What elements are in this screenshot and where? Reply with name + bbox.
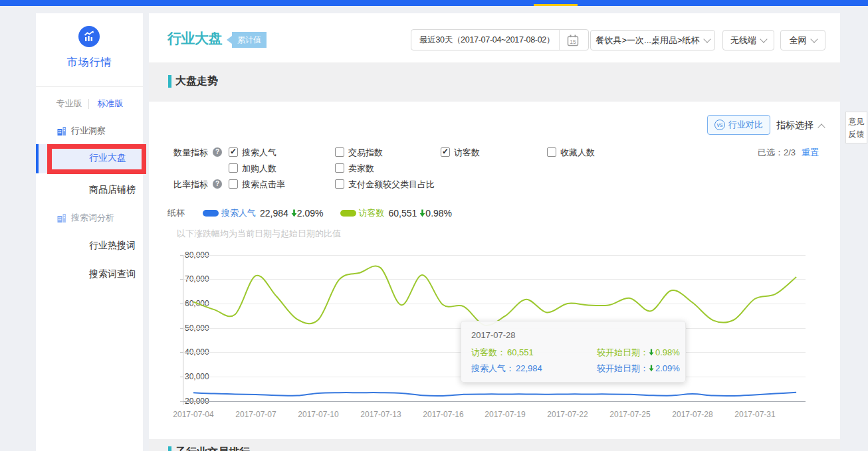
sidebar-item-industry-hot-search-words[interactable]: 行业热搜词 [89, 240, 136, 253]
checkbox-seller-count[interactable] [335, 163, 344, 173]
x-axis-label: 2017-07-22 [538, 410, 597, 419]
chart-legend: 纸杯 搜索人气 22,984 2.09% 访客数 60,551 0.98% [167, 207, 452, 219]
active-item-indicator [36, 144, 39, 173]
building-icon [56, 213, 66, 223]
category-value: 餐饮具>一次...桌用品>纸杯 [596, 35, 699, 46]
chevron-down-icon [810, 35, 817, 43]
checkbox-label[interactable]: 收藏人数 [560, 147, 595, 159]
tooltip-search-compare: 较开始日期：2.09% [597, 363, 680, 375]
version-tabs: 专业版 标准版 [36, 98, 143, 111]
feedback-tab[interactable]: 意见 反馈 [845, 112, 867, 143]
checkbox-visitor-count[interactable] [441, 147, 450, 157]
chevron-up-icon [817, 124, 825, 131]
tooltip-series-label: 搜索人气： [471, 363, 514, 373]
checkbox-cart-count[interactable] [229, 163, 238, 173]
next-section-title: 子行业交易排行 [175, 446, 250, 451]
legend-green-pill-icon[interactable] [340, 210, 356, 217]
sidebar-item-product-shop-ranking[interactable]: 商品店铺榜 [89, 184, 136, 197]
sidebar-group-label: 搜索词分析 [71, 212, 114, 224]
checkbox-payment-ratio[interactable] [335, 179, 344, 189]
feedback-line2: 反馈 [846, 128, 867, 141]
page-title: 行业大盘 [167, 29, 222, 48]
chevron-down-icon [703, 35, 710, 43]
section-header-band [149, 62, 840, 102]
brand-name: 市场行情 [36, 56, 143, 70]
vs-icon: vs [714, 120, 725, 130]
metric-select-toggle[interactable]: 指标选择 [776, 120, 824, 132]
help-icon[interactable]: ? [213, 147, 222, 157]
calendar-icon[interactable]: 15 [566, 34, 580, 49]
cumulative-value-tag: 累计值 [232, 32, 267, 48]
date-range-picker[interactable]: 最近30天（2017-07-04~2017-08-02） 15 [411, 29, 589, 50]
tooltip-compare-label: 较开始日期： [597, 363, 649, 373]
reset-link[interactable]: 重置 [802, 147, 819, 159]
down-arrow-icon [649, 364, 654, 371]
scope-dropdown[interactable]: 全网 [780, 30, 825, 50]
checkbox-favorite-count[interactable] [547, 147, 556, 157]
checkbox-search-popularity[interactable] [229, 147, 238, 157]
sidebar-divider [36, 86, 143, 87]
legend-series-change: 0.98% [425, 208, 452, 219]
checkbox-label[interactable]: 访客数 [454, 147, 480, 159]
checkbox-label[interactable]: 加购人数 [242, 163, 276, 175]
chart-note: 以下涨跌幅均为当前日期与起始日期的比值 [177, 228, 341, 240]
tooltip-series-value: 22,984 [516, 363, 542, 373]
legend-series-name[interactable]: 搜索人气 [221, 207, 256, 219]
legend-blue-pill-icon[interactable] [203, 210, 219, 217]
svg-text:15: 15 [570, 39, 576, 45]
next-section-title-bar [168, 446, 171, 451]
scope-value: 全网 [790, 35, 807, 46]
ratio-metrics-label: 比率指标 [173, 179, 208, 191]
tag-arrow [227, 36, 232, 44]
terminal-dropdown[interactable]: 无线端 [722, 30, 774, 50]
x-axis-label: 2017-07-19 [475, 410, 535, 419]
sidebar-group-industry-insight[interactable]: 行业洞察 [56, 125, 106, 137]
tooltip-change-value: 2.09% [655, 363, 680, 373]
sidebar-group-label: 行业洞察 [71, 125, 106, 137]
x-axis-label: 2017-07-28 [663, 410, 722, 419]
checkbox-label[interactable]: 支付金额较父类目占比 [348, 179, 435, 191]
checkbox-label[interactable]: 搜索点击率 [242, 179, 285, 191]
down-arrow-icon [291, 209, 297, 217]
x-axis-label: 2017-07-25 [600, 410, 660, 419]
x-axis-label: 2017-07-16 [413, 410, 473, 419]
quantity-metrics-label: 数量指标 [173, 147, 208, 159]
metric-select-label: 指标选择 [776, 120, 814, 132]
x-axis-label: 2017-07-10 [288, 410, 348, 419]
date-range-text: 最近30天（2017-07-04~2017-08-02） [419, 30, 554, 50]
top-nav-bar [0, 0, 868, 6]
sidebar-item-search-word-query[interactable]: 搜索词查询 [89, 268, 136, 282]
market-chart-logo-icon [78, 26, 100, 47]
top-nav-active-indicator [534, 4, 578, 6]
down-arrow-icon [649, 348, 654, 355]
tab-standard[interactable]: 标准版 [94, 98, 126, 110]
legend-series-change: 2.09% [297, 208, 324, 219]
tooltip-series-label: 访客数： [471, 347, 506, 357]
tab-professional[interactable]: 专业版 [53, 98, 85, 110]
checkbox-label[interactable]: 交易指数 [348, 147, 383, 159]
next-section-band [149, 439, 840, 451]
tooltip-date: 2017-07-28 [471, 330, 516, 340]
x-axis-label: 2017-07-31 [725, 410, 785, 419]
building-icon [56, 126, 66, 136]
tooltip-visitor-row: 访客数：60,551 [471, 347, 534, 359]
legend-series-name[interactable]: 访客数 [359, 207, 385, 219]
tab-divider [88, 99, 89, 109]
industry-compare-button[interactable]: vs 行业对比 [707, 115, 770, 135]
checkbox-label[interactable]: 卖家数 [348, 163, 374, 175]
help-icon[interactable]: ? [213, 179, 222, 189]
feedback-line1: 意见 [846, 116, 867, 128]
checkbox-transaction-index[interactable] [335, 147, 344, 157]
tooltip-series-value: 60,551 [507, 347, 534, 357]
x-axis-label: 2017-07-13 [351, 410, 411, 419]
section-title: 大盘走势 [175, 74, 218, 88]
legend-series-value: 22,984 [260, 208, 288, 219]
section-title-bar [168, 75, 171, 88]
checkbox-search-click-rate[interactable] [229, 179, 238, 189]
category-dropdown[interactable]: 餐饮具>一次...桌用品>纸杯 [590, 30, 715, 50]
legend-series-value: 60,551 [389, 208, 417, 219]
sidebar-group-search-word-analysis[interactable]: 搜索词分析 [56, 212, 114, 224]
checkbox-label[interactable]: 搜索人气 [242, 147, 276, 159]
sidebar: 市场行情 专业版 标准版 行业洞察 行业大盘 商品店铺榜 搜索词分析 行业热搜词… [36, 13, 143, 451]
tooltip-change-value: 0.98% [655, 347, 680, 357]
